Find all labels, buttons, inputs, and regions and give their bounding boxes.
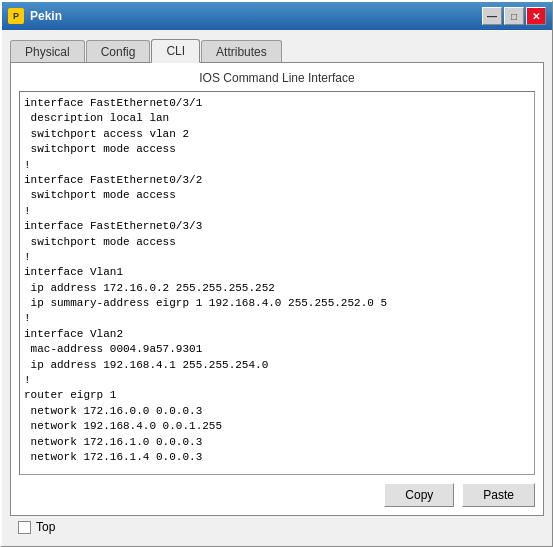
bottom-bar: Top [10,516,544,538]
tab-attributes[interactable]: Attributes [201,40,282,63]
minimize-button[interactable]: — [482,7,502,25]
tab-bar: Physical Config CLI Attributes [10,38,544,62]
tab-cli[interactable]: CLI [151,39,200,63]
top-label: Top [36,520,55,534]
window-controls: — □ ✕ [482,7,546,25]
top-checkbox[interactable] [18,521,31,534]
app-icon: P [8,8,24,24]
copy-button[interactable]: Copy [384,483,454,507]
close-button[interactable]: ✕ [526,7,546,25]
cli-panel: IOS Command Line Interface interface Fas… [10,62,544,516]
tab-config[interactable]: Config [86,40,151,63]
title-bar: P Pekin — □ ✕ [2,2,552,30]
panel-title: IOS Command Line Interface [19,71,535,85]
maximize-button[interactable]: □ [504,7,524,25]
main-window: P Pekin — □ ✕ Physical Config CLI Attrib… [0,0,553,547]
content-area: Physical Config CLI Attributes IOS Comma… [2,30,552,546]
cli-output[interactable]: interface FastEthernet0/3/1 description … [19,91,535,475]
window-title: Pekin [30,9,482,23]
paste-button[interactable]: Paste [462,483,535,507]
tab-physical[interactable]: Physical [10,40,85,63]
action-buttons: Copy Paste [19,483,535,507]
